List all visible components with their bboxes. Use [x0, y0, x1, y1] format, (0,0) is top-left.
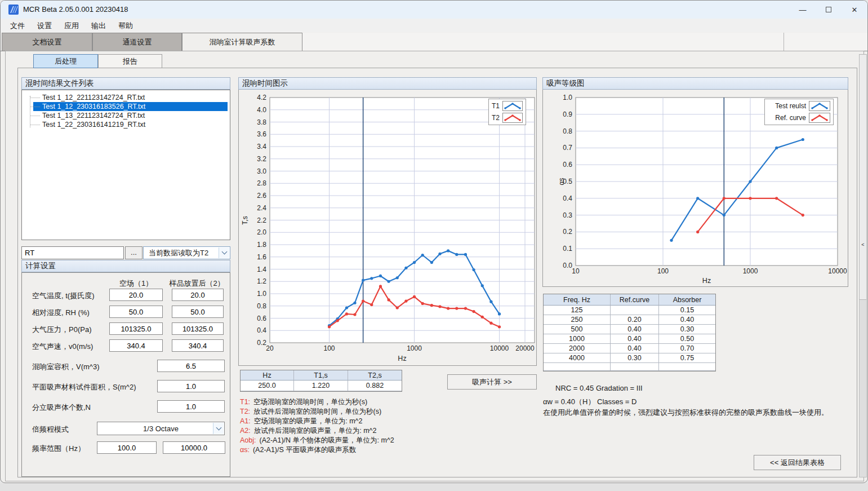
svg-text:3.8: 3.8	[257, 118, 266, 126]
chevron-down-icon[interactable]	[213, 423, 224, 434]
svg-text:0.7: 0.7	[563, 144, 572, 152]
svg-text:2.8: 2.8	[257, 179, 266, 187]
menu-item-1[interactable]: 设置	[31, 19, 58, 32]
table-header-cell-0-2: T2,s	[348, 370, 402, 381]
table-row: 5000.400.30	[544, 325, 715, 334]
note-key-4: Aobj:	[240, 436, 256, 444]
note-line-0: T1:空场混响室的混响时间，单位为秒(s)	[240, 397, 394, 407]
table-cell-1-1: 0.20	[611, 315, 659, 325]
tab-2[interactable]: 混响室计算吸声系数	[182, 33, 302, 51]
rt-result-table: HzT1,sT2,s250.01.2200.882	[240, 370, 402, 392]
svg-text:10: 10	[572, 267, 580, 275]
rt-chart[interactable]: 0.20.40.60.81.01.21.41.61.82.02.22.42.62…	[238, 90, 537, 366]
note-text-4: (A2-A1)/N 单个物体的吸声量，单位为: m^2	[260, 436, 394, 444]
minimize-button[interactable]: —	[790, 1, 816, 19]
rt-name-input[interactable]	[21, 246, 124, 259]
menu-item-0[interactable]: 文件	[4, 19, 31, 32]
svg-text:0.2: 0.2	[257, 339, 266, 347]
rt-file-list[interactable]: Test 1_12_221123142724_RT.txtTest 1_12_2…	[21, 90, 230, 240]
svg-text:2.6: 2.6	[257, 192, 266, 200]
setting-label-3: 空气声速，v0(m/s)	[32, 342, 93, 352]
setting-single-input-2[interactable]	[157, 400, 225, 413]
table-row	[544, 363, 715, 371]
grade-table: Freq. HzRef.curveAbsorber1250.152500.200…	[543, 294, 716, 371]
table-header-row: HzT1,sT2,s	[241, 370, 402, 381]
setting-input-0-2[interactable]	[172, 289, 224, 301]
file-list-item-2[interactable]: Test 1_13_221123142724_RT.txt	[33, 111, 228, 120]
table-cell-0-1	[611, 306, 659, 315]
tab-0[interactable]: 文档设置	[2, 33, 92, 51]
desktop-sliver	[0, 483, 868, 491]
setting-input-2-2[interactable]	[172, 322, 224, 335]
table-cell-5-0: 4000	[544, 353, 611, 363]
freq-min-input[interactable]	[97, 441, 157, 454]
table-cell-3-1: 0.40	[611, 334, 659, 344]
menu-item-3[interactable]: 输出	[85, 19, 112, 32]
setting-single-label-2: 分立吸声体个数,N	[32, 402, 91, 413]
svg-text:Hz: Hz	[702, 277, 711, 285]
series-curve-icon	[502, 101, 523, 111]
combo-value: 当前数据读取为T2	[149, 248, 208, 258]
svg-text:0.4: 0.4	[563, 194, 572, 202]
svg-text:1.0: 1.0	[257, 290, 266, 298]
note-key-0: T1:	[240, 398, 250, 406]
octave-mode-combobox[interactable]: 1/3 Octave	[97, 422, 225, 435]
table-header-cell-0-0: Freq. Hz	[544, 294, 611, 306]
svg-text:αs: αs	[558, 178, 566, 185]
legend-entry-0: T1	[492, 101, 523, 111]
note-text-2: 空场混响室的吸声量，单位为: m^2	[254, 417, 363, 425]
setting-input-1-1[interactable]	[109, 306, 163, 318]
browse-button[interactable]: ...	[125, 246, 143, 259]
freq-max-input[interactable]	[163, 441, 225, 454]
rt-chart-legend: T1T2	[488, 99, 526, 125]
grade-chart-header: 吸声等级图	[542, 77, 848, 90]
menu-item-2[interactable]: 应用	[58, 19, 85, 32]
svg-text:3.4: 3.4	[257, 143, 266, 151]
tree-line	[30, 96, 30, 127]
chevron-down-icon[interactable]	[219, 247, 229, 258]
svg-text:1000: 1000	[407, 344, 422, 352]
subtab-postprocess[interactable]: 后处理	[33, 54, 98, 68]
svg-text:Hz: Hz	[398, 355, 406, 362]
setting-input-1-2[interactable]	[172, 306, 224, 318]
table-cell-0-0: 250.0	[241, 381, 294, 391]
table-row: 2500.200.40	[544, 315, 715, 325]
subtab-report[interactable]: 报告	[98, 54, 162, 68]
svg-text:T,s: T,s	[241, 216, 249, 224]
note-line-5: αs:(A2-A1)/S 平面吸声体的吸声系数	[240, 445, 394, 455]
svg-text:0.9: 0.9	[563, 110, 572, 118]
svg-text:0.2: 0.2	[563, 228, 572, 236]
setting-single-label-1: 平面吸声材料试件面积，S(m^2)	[32, 382, 136, 392]
note-line-1: T2:放试件后混响室的混响时间，单位为秒(s)	[240, 407, 394, 417]
table-cell-5-2: 0.75	[659, 353, 715, 363]
svg-text:0.4: 0.4	[257, 326, 266, 334]
file-list-item-1[interactable]: Test 1_12_230316183526_RT.txt	[33, 102, 228, 111]
setting-input-3-1[interactable]	[109, 339, 163, 352]
back-to-results-button[interactable]: << 返回结果表格	[754, 455, 841, 470]
file-list-item-0[interactable]: Test 1_12_221123142724_RT.txt	[33, 93, 228, 102]
setting-input-3-2[interactable]	[172, 339, 224, 352]
svg-text:20: 20	[266, 344, 274, 352]
tab-1[interactable]: 通道设置	[92, 33, 182, 51]
table-cell-3-2: 0.50	[659, 334, 715, 344]
table-header-row: Freq. HzRef.curveAbsorber	[544, 294, 715, 306]
title-bar: MCR Beta 2.05.0.001 20230418 — ✕	[1, 1, 867, 19]
maximize-button[interactable]	[816, 1, 842, 19]
menu-bar: 文件设置应用输出帮助	[1, 19, 867, 32]
octave-mode-value: 1/3 Octave	[143, 424, 179, 433]
note-key-3: A2:	[240, 427, 251, 435]
table-header-cell-0-0: Hz	[241, 370, 294, 381]
collapse-panel-splitter[interactable]: <	[859, 54, 867, 300]
setting-single-input-0[interactable]	[157, 360, 225, 372]
collapse-left-icon: <	[861, 242, 864, 247]
app-logo-icon	[8, 5, 19, 15]
menu-item-4[interactable]: 帮助	[112, 19, 139, 32]
close-button[interactable]: ✕	[842, 1, 867, 19]
setting-input-2-1[interactable]	[109, 322, 163, 335]
setting-single-input-1[interactable]	[157, 380, 225, 392]
note-line-3: A2:放试件后混响室的吸声量，单位为: m^2	[240, 426, 394, 436]
setting-input-0-1[interactable]	[109, 289, 163, 301]
data-read-combobox[interactable]: 当前数据读取为T2	[143, 246, 230, 259]
absorb-calc-button[interactable]: 吸声计算 >>	[447, 374, 537, 390]
file-list-item-3[interactable]: Test 1_22_230316141219_RT.txt	[33, 120, 228, 129]
